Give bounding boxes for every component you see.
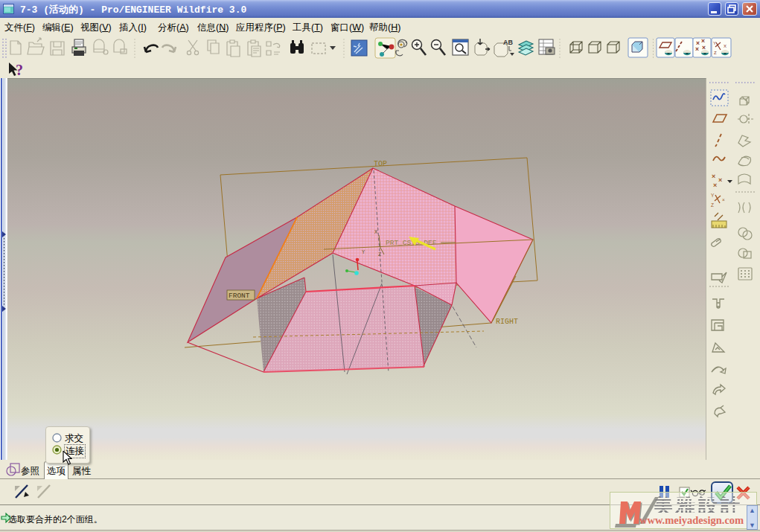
- svg-text:TOP: TOP: [374, 160, 387, 168]
- svg-text:Z: Z: [378, 251, 381, 257]
- svg-text:×: ×: [718, 176, 722, 184]
- svg-text:Y: Y: [713, 41, 716, 45]
- svg-text:Z: Z: [714, 51, 717, 55]
- svg-text:?: ?: [16, 63, 23, 78]
- svg-text:X: X: [724, 44, 727, 48]
- svg-text:RIGHT: RIGHT: [496, 318, 518, 326]
- svg-text:×: ×: [722, 197, 725, 202]
- svg-text:×: ×: [712, 173, 715, 180]
- svg-text:Y: Y: [711, 193, 715, 198]
- svg-text:Z: Z: [711, 202, 714, 208]
- svg-text:AB: AB: [503, 39, 513, 46]
- svg-text:FRONT: FRONT: [229, 292, 250, 300]
- svg-text:×: ×: [713, 182, 717, 189]
- svg-text:×: ×: [695, 45, 699, 53]
